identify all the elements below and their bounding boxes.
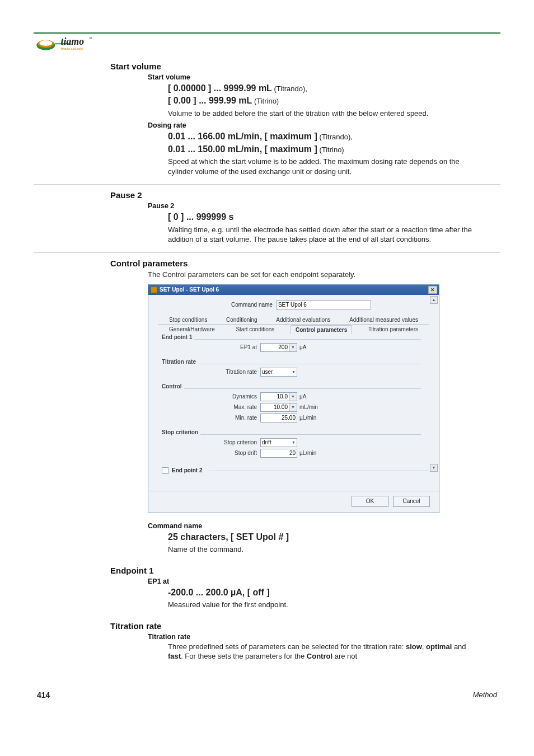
svg-point-2 xyxy=(39,40,52,46)
section-pause-2: Pause 2 Pause 2 [ 0 ] ... 999999 s Waiti… xyxy=(34,190,500,252)
section-endpoint-1: Endpoint 1 EP1 at -200.0 ... 200.0 µA, [… xyxy=(34,566,500,618)
dynamics-label: Dynamics xyxy=(166,393,260,400)
end-point-2-label: End point 2 xyxy=(172,467,202,473)
param-dosing-rate-label: Dosing rate xyxy=(148,121,500,129)
ep1-at-desc: Measured value for the first endpoint. xyxy=(168,600,481,610)
scroll-down-button[interactable]: ▼ xyxy=(430,464,438,472)
group-end-point-2: End point 2 xyxy=(162,467,429,474)
close-button[interactable]: ✕ xyxy=(428,286,437,294)
chevron-down-icon: ▼ xyxy=(292,440,296,444)
param-command-name-label: Command name xyxy=(148,522,500,530)
svg-text:tiamo: tiamo xyxy=(61,36,85,47)
section-control-parameters: Control parameters The Control parameter… xyxy=(34,259,500,562)
group-title-titration-rate: Titration rate xyxy=(162,359,198,365)
ok-button[interactable]: OK xyxy=(352,496,388,507)
group-stop-criterion: Stop criterion Stop criterion drift ▼ St… xyxy=(162,433,425,464)
ep1-at-input[interactable] xyxy=(260,343,289,352)
ep1-at-dropdown-button[interactable]: ▼ xyxy=(289,343,297,352)
group-title-control: Control xyxy=(162,383,184,389)
control-parameters-intro: The Control parameters can be set for ea… xyxy=(148,270,500,279)
dialog-tabs: Stop conditions Conditioning Additional … xyxy=(158,315,429,334)
page-number: 414 xyxy=(37,691,50,699)
footer-section: Method xyxy=(473,691,497,699)
heading-control-parameters: Control parameters xyxy=(110,259,500,268)
stop-drift-unit: µL/min xyxy=(299,450,316,456)
group-control: Control Dynamics ▼ µA Max. rate ▼ mL/min xyxy=(162,387,425,429)
tab-additional-measured-values[interactable]: Additional measured values xyxy=(344,315,423,324)
stop-drift-input[interactable] xyxy=(260,449,297,458)
section-start-volume: Start volume Start volume [ 0.00000 ] ..… xyxy=(34,62,500,185)
group-title-end-point-1: End point 1 xyxy=(162,334,194,340)
titration-rate-select[interactable]: user ▼ xyxy=(260,368,297,377)
dynamics-dropdown-button[interactable]: ▼ xyxy=(289,392,297,401)
tab-general-hardware[interactable]: General/Hardware xyxy=(164,325,220,334)
max-rate-input[interactable] xyxy=(260,403,289,412)
dynamics-input[interactable] xyxy=(260,392,289,401)
tiamo-logo-icon: tiamo ™ titration and more xyxy=(36,32,114,54)
tab-additional-evaluations[interactable]: Additional evaluations xyxy=(271,315,335,324)
dialog-titlebar: SET Upol - SET Upol 6 ✕ xyxy=(148,285,439,295)
heading-pause-2: Pause 2 xyxy=(110,190,500,200)
dosing-rate-range-2: 0.01 ... 150.00 mL/min, [ maximum ] xyxy=(168,144,317,154)
param-pause-2-label: Pause 2 xyxy=(148,202,500,210)
max-rate-dropdown-button[interactable]: ▼ xyxy=(289,403,297,412)
command-name-desc: Name of the command. xyxy=(168,544,481,555)
min-rate-unit: µL/min xyxy=(299,415,316,421)
pause-2-range: [ 0 ] ... 999999 s xyxy=(168,212,233,222)
dialog-button-row: OK Cancel xyxy=(148,491,439,513)
start-volume-range-2: [ 0.00 ] ... 999.99 mL xyxy=(168,96,252,105)
tab-conditioning[interactable]: Conditioning xyxy=(221,315,263,324)
tab-start-conditions[interactable]: Start conditions xyxy=(231,325,279,334)
cancel-button[interactable]: Cancel xyxy=(393,496,430,507)
scroll-up-button[interactable]: ▲ xyxy=(430,296,438,304)
stop-drift-label: Stop drift xyxy=(166,450,260,456)
section-titration-rate: Titration rate Titration rate Three pred… xyxy=(34,621,500,669)
dosing-rate-range-1: 0.01 ... 166.00 mL/min, [ maximum ] xyxy=(168,132,317,141)
max-rate-unit: mL/min xyxy=(299,404,318,410)
stop-criterion-select[interactable]: drift ▼ xyxy=(260,438,297,447)
dialog-app-icon xyxy=(151,287,157,293)
param-ep1-at-label: EP1 at xyxy=(148,577,500,585)
stop-criterion-label: Stop criterion xyxy=(166,439,260,445)
dosing-rate-range-2-note: (Titrino) xyxy=(317,145,344,154)
dialog-title: SET Upol - SET Upol 6 xyxy=(160,287,219,293)
end-point-2-checkbox[interactable] xyxy=(162,467,168,474)
max-rate-label: Max. rate xyxy=(166,404,260,410)
min-rate-input[interactable] xyxy=(260,414,297,422)
svg-text:titration and more: titration and more xyxy=(61,47,83,50)
group-end-point-1: End point 1 EP1 at ▼ µA xyxy=(162,338,425,358)
ep1-at-range: -200.0 ... 200.0 µA, [ off ] xyxy=(168,588,270,597)
svg-text:™: ™ xyxy=(88,36,92,40)
titration-rate-value: user xyxy=(262,369,273,375)
tab-titration-parameters[interactable]: Titration parameters xyxy=(363,325,423,334)
chevron-down-icon: ▼ xyxy=(292,370,296,374)
min-rate-label: Min. rate xyxy=(166,415,260,421)
param-titration-rate-label: Titration rate xyxy=(148,633,500,641)
titration-rate-label: Titration rate xyxy=(166,369,260,375)
pause-2-desc: Waiting time, e.g. until the electrode h… xyxy=(168,225,481,245)
tab-stop-conditions[interactable]: Stop conditions xyxy=(164,315,212,324)
titration-rate-desc: Three predefined sets of parameters can … xyxy=(168,642,481,661)
command-name-range: 25 characters, [ SET Upol # ] xyxy=(168,532,289,542)
ep1-at-label: EP1 at xyxy=(166,344,260,350)
start-volume-range-1-note: (Titrando), xyxy=(272,84,307,93)
start-volume-range-2-note: (Titrino) xyxy=(252,97,279,105)
start-volume-range-1: [ 0.00000 ] ... 9999.99 mL xyxy=(168,83,272,93)
group-titration-rate: Titration rate Titration rate user ▼ xyxy=(162,363,425,383)
command-name-label: Command name xyxy=(231,302,273,308)
dynamics-unit: µA xyxy=(299,393,306,400)
ep1-at-unit: µA xyxy=(299,344,306,350)
logo: tiamo ™ titration and more xyxy=(36,32,500,54)
command-name-input[interactable] xyxy=(276,300,371,309)
tab-control-parameters[interactable]: Control parameters xyxy=(291,325,352,334)
dialog-set-upol: SET Upol - SET Upol 6 ✕ ▲ ▼ Command name… xyxy=(148,284,439,513)
stop-criterion-value: drift xyxy=(262,439,271,445)
group-title-stop-criterion: Stop criterion xyxy=(162,429,200,435)
page-footer: 414 Method xyxy=(34,691,500,699)
heading-endpoint-1: Endpoint 1 xyxy=(110,566,500,575)
heading-start-volume: Start volume xyxy=(110,62,500,71)
dosing-rate-desc: Speed at which the start volume is to be… xyxy=(168,157,481,176)
start-volume-desc: Volume to be added before the start of t… xyxy=(168,109,481,119)
heading-titration-rate: Titration rate xyxy=(110,621,500,631)
dosing-rate-range-1-note: (Titrando), xyxy=(317,133,353,141)
